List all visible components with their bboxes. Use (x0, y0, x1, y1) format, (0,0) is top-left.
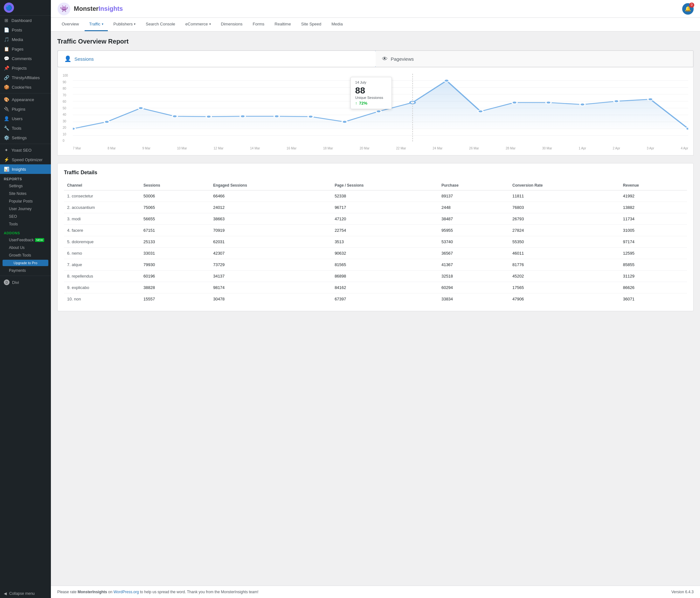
settings-icon: ⚙️ (4, 135, 9, 140)
cell-page-sessions-9: 67397 (331, 293, 438, 305)
monster-icon: 👾 (57, 2, 71, 16)
tab-dimensions[interactable]: Dimensions (217, 18, 247, 31)
sidebar-item-users[interactable]: 👤 Users (0, 114, 51, 123)
cell-engaged-7: 34137 (210, 270, 331, 282)
tab-traffic[interactable]: Traffic ▾ (84, 18, 107, 31)
table-row: 3. modi 56655 38663 47120 38487 26793 11… (64, 213, 687, 225)
sidebar-item-tools-sub[interactable]: Tools (0, 220, 51, 228)
cell-purchase-1: 2448 (438, 202, 509, 213)
metric-tab-sessions[interactable]: 👤 Sessions (57, 50, 376, 68)
sidebar-item-tools[interactable]: 🔧 Tools (0, 123, 51, 133)
cell-sessions-1: 75065 (140, 202, 210, 213)
users-icon: 👤 (4, 116, 9, 121)
table-header: Channel Sessions Engaged Sessions Page /… (64, 181, 687, 190)
cell-sessions-3: 67151 (140, 225, 210, 236)
tab-ecommerce[interactable]: eCommerce ▾ (181, 18, 215, 31)
sidebar-item-dashboard[interactable]: ⊞ Dashboard (0, 16, 51, 25)
cell-sessions-8: 38828 (140, 282, 210, 293)
upgrade-to-pro-button[interactable]: Upgrade to Pro (3, 260, 48, 266)
sidebar-item-insights[interactable]: 📊 Insights (0, 164, 51, 174)
sidebar-item-speed-optimizer[interactable]: ⚡ Speed Optimizer (0, 155, 51, 164)
metric-tab-pageviews[interactable]: 👁 Pageviews (376, 51, 693, 67)
tab-traffic-label: Traffic (89, 22, 100, 26)
projects-icon: 📌 (4, 66, 9, 71)
cell-page-sessions-0: 52338 (331, 190, 438, 202)
sidebar-item-settings-sub[interactable]: Settings (0, 182, 51, 190)
publishers-chevron-icon: ▾ (134, 22, 135, 26)
plugins-icon: 🔌 (4, 106, 9, 111)
sidebar-item-pages[interactable]: 📋 Pages (0, 44, 51, 54)
cell-channel-2: 3. modi (64, 213, 140, 225)
sidebar-label-settings: Settings (12, 135, 27, 140)
sidebar-label-posts: Posts (12, 28, 22, 32)
wordpress-org-link[interactable]: WordPress.org (114, 590, 139, 594)
cell-conversion-6: 81776 (509, 259, 620, 270)
sidebar-item-media[interactable]: 🎵 Media (0, 35, 51, 44)
sidebar-item-yoast-seo[interactable]: ✦ Yoast SEO (0, 145, 51, 155)
ecommerce-chevron-icon: ▾ (209, 22, 211, 26)
tab-publishers[interactable]: Publishers ▾ (109, 18, 140, 31)
comments-icon: 💬 (4, 56, 9, 61)
logo-insights-text: Insights (99, 5, 123, 12)
sidebar-item-user-journey[interactable]: User Journey (0, 205, 51, 213)
cell-revenue-3: 31005 (620, 225, 687, 236)
sidebar-item-thirstyaffiliates[interactable]: 🔗 ThirstyAffiliates (0, 73, 51, 82)
sidebar-item-payments[interactable]: Payments (0, 267, 51, 275)
sidebar-label-projects: Projects (12, 66, 27, 71)
cell-engaged-0: 66466 (210, 190, 331, 202)
sidebar-item-plugins[interactable]: 🔌 Plugins (0, 104, 51, 114)
sidebar-label-dashboard: Dashboard (11, 18, 32, 23)
sidebar-item-site-notes[interactable]: Site Notes (0, 190, 51, 198)
cell-sessions-7: 60196 (140, 270, 210, 282)
cell-engaged-3: 70919 (210, 225, 331, 236)
sidebar-item-projects[interactable]: 📌 Projects (0, 63, 51, 73)
sidebar-item-popular-posts[interactable]: Popular Posts (0, 198, 51, 205)
tab-search-console[interactable]: Search Console (141, 18, 180, 31)
header-logo: 👾 MonsterInsights (57, 2, 123, 16)
cell-page-sessions-2: 47120 (331, 213, 438, 225)
sidebar-item-settings[interactable]: ⚙️ Settings (0, 133, 51, 142)
tab-overview[interactable]: Overview (57, 18, 83, 31)
pageviews-icon: 👁 (382, 56, 388, 62)
tab-realtime[interactable]: Realtime (270, 18, 295, 31)
sidebar-item-divi[interactable]: D Divi (0, 277, 51, 287)
cell-sessions-6: 79930 (140, 259, 210, 270)
tab-forms[interactable]: Forms (248, 18, 269, 31)
table-row: 2. accusantium 75065 24012 96717 2448 76… (64, 202, 687, 213)
cell-revenue-1: 13882 (620, 202, 687, 213)
up-arrow-icon: ↑ (355, 101, 357, 106)
cell-engaged-9: 30478 (210, 293, 331, 305)
divi-label: Divi (12, 280, 19, 285)
yoast-icon: ✦ (4, 148, 9, 153)
svg-text:👾: 👾 (60, 5, 68, 12)
tab-media[interactable]: Media (327, 18, 347, 31)
cell-page-sessions-5: 90632 (331, 248, 438, 259)
notification-bell-button[interactable]: 🔔 0 (682, 3, 694, 15)
sidebar-item-comments[interactable]: 💬 Comments (0, 54, 51, 63)
table-row: 9. explicabo 38828 98174 84162 60294 175… (64, 282, 687, 293)
chart-point (240, 115, 245, 118)
sidebar-item-userfeedback[interactable]: UserFeedback NEW (0, 236, 51, 244)
cell-conversion-0: 11811 (509, 190, 620, 202)
sidebar-item-cookieyes[interactable]: 🍪 CookieYes (0, 82, 51, 92)
sidebar-label-users: Users (12, 116, 23, 121)
thirstyaffiliates-icon: 🔗 (4, 75, 9, 80)
sidebar-item-appearance[interactable]: 🎨 Appearance (0, 95, 51, 104)
sidebar-item-posts[interactable]: 📄 Posts (0, 25, 51, 35)
cell-purchase-5: 36567 (438, 248, 509, 259)
cell-conversion-7: 45202 (509, 270, 620, 282)
collapse-menu-button[interactable]: ◀ Collapse menu (0, 589, 51, 598)
cell-sessions-9: 15557 (140, 293, 210, 305)
table-row: 10. non 15557 30478 67397 33834 47906 36… (64, 293, 687, 305)
sidebar-label-appearance: Appearance (12, 97, 34, 102)
col-sessions: Sessions (140, 181, 210, 190)
tooltip-change: ↑ 72% (355, 101, 387, 106)
tab-site-speed[interactable]: Site Speed (297, 18, 326, 31)
tools-icon: 🔧 (4, 126, 9, 131)
footer-version: Version 6.4.3 (671, 590, 694, 594)
sidebar-item-seo[interactable]: SEO (0, 213, 51, 220)
chart-point (512, 101, 517, 104)
sidebar-item-growth-tools[interactable]: Growth Tools (0, 252, 51, 259)
sidebar-item-about-us[interactable]: About Us (0, 244, 51, 252)
cell-sessions-0: 50006 (140, 190, 210, 202)
